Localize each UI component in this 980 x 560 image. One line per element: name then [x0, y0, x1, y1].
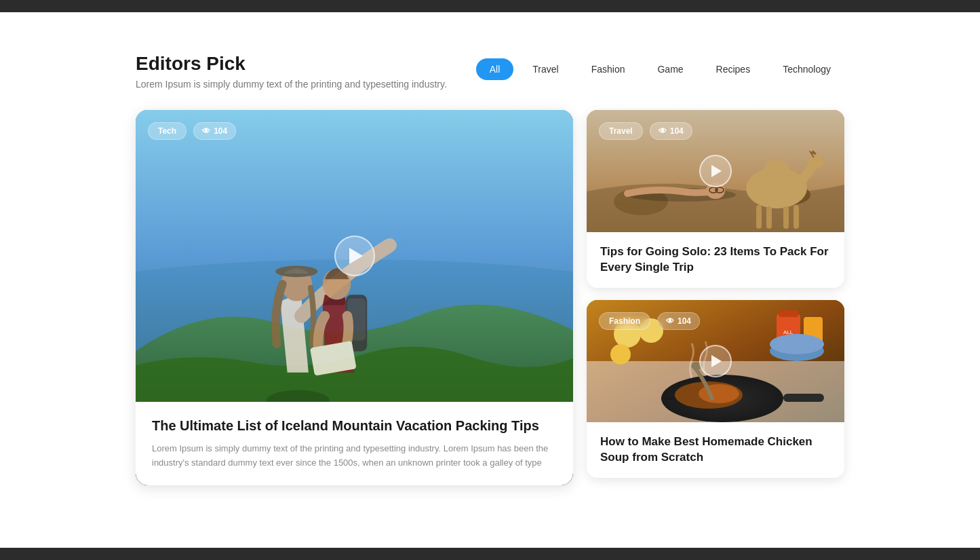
food-card-title: How to Make Best Homemade Chicken Soup f… [600, 434, 831, 466]
play-triangle-icon [349, 248, 363, 264]
tab-game[interactable]: Game [644, 58, 697, 80]
travel-card-body: Tips for Going Solo: 23 Items To Pack Fo… [587, 232, 844, 288]
svg-rect-17 [766, 206, 772, 229]
travel-card-badges: Travel 👁 104 [599, 122, 692, 140]
main-badges: Tech 👁 104 [148, 122, 236, 140]
header-section: Editors Pick Lorem Ipsum is simply dummy… [136, 53, 844, 90]
travel-card-view-count: 104 [670, 126, 684, 136]
main-card-play-button[interactable] [334, 236, 375, 276]
food-card-play-button[interactable] [699, 345, 732, 377]
tab-travel[interactable]: Travel [519, 58, 572, 80]
content-grid: Tech 👁 104 The Ultimate List of Iceland … [136, 110, 844, 485]
main-card-view-count: 104 [214, 126, 227, 136]
svg-rect-28 [783, 394, 824, 402]
food-card[interactable]: ALL Fashion [587, 300, 844, 478]
travel-card-image: Travel 👁 104 [587, 110, 844, 232]
food-eye-icon: 👁 [666, 316, 674, 326]
travel-card-play-button[interactable] [699, 155, 732, 187]
svg-point-38 [610, 344, 631, 365]
food-card-view-count: 104 [678, 316, 691, 326]
svg-rect-33 [779, 310, 798, 317]
tab-all[interactable]: All [476, 58, 514, 80]
right-column: Travel 👁 104 Tips for Going Solo: 23 Ite… [587, 110, 844, 478]
svg-point-30 [699, 384, 739, 403]
page-title: Editors Pick [136, 53, 447, 75]
filter-tabs: All Travel Fashion Game Recipes Technolo… [476, 53, 844, 80]
header-left: Editors Pick Lorem Ipsum is simply dummy… [136, 53, 447, 90]
travel-card-title: Tips for Going Solo: 23 Items To Pack Fo… [600, 244, 831, 276]
bottom-bar [0, 548, 980, 560]
page-subtitle: Lorem Ipsum is simply dummy text of the … [136, 79, 447, 90]
page-wrapper: Editors Pick Lorem Ipsum is simply dummy… [0, 12, 980, 548]
tab-technology[interactable]: Technology [769, 58, 844, 80]
eye-icon: 👁 [202, 126, 210, 136]
tab-recipes[interactable]: Recipes [703, 58, 764, 80]
food-play-triangle-icon [711, 355, 722, 367]
travel-card-category-badge: Travel [599, 122, 643, 140]
food-card-image: ALL Fashion [587, 300, 844, 422]
top-bar [0, 0, 980, 12]
main-card-title: The Ultimate List of Iceland Mountain Va… [152, 417, 557, 435]
food-card-category-badge: Fashion [599, 312, 650, 330]
svg-rect-19 [793, 205, 799, 229]
main-card[interactable]: Tech 👁 104 The Ultimate List of Iceland … [136, 110, 573, 485]
food-card-body: How to Make Best Homemade Chicken Soup f… [587, 422, 844, 478]
travel-card-views-badge: 👁 104 [650, 122, 692, 140]
svg-rect-16 [756, 205, 762, 229]
svg-point-14 [763, 160, 790, 185]
travel-play-triangle-icon [711, 165, 722, 177]
svg-point-15 [808, 155, 824, 168]
food-card-views-badge: 👁 104 [657, 312, 700, 330]
main-card-description: Lorem Ipsum is simply dummy text of the … [152, 442, 557, 470]
main-card-views-badge: 👁 104 [193, 122, 236, 140]
main-card-body: The Ultimate List of Iceland Mountain Va… [136, 402, 573, 485]
food-card-badges: Fashion 👁 104 [599, 312, 700, 330]
main-card-image: Tech 👁 104 [136, 110, 573, 402]
svg-point-40 [770, 334, 824, 354]
travel-eye-icon: 👁 [659, 126, 667, 136]
main-card-category-badge: Tech [148, 122, 187, 140]
tab-fashion[interactable]: Fashion [578, 58, 639, 80]
svg-rect-18 [783, 206, 789, 229]
travel-card[interactable]: Travel 👁 104 Tips for Going Solo: 23 Ite… [587, 110, 844, 288]
